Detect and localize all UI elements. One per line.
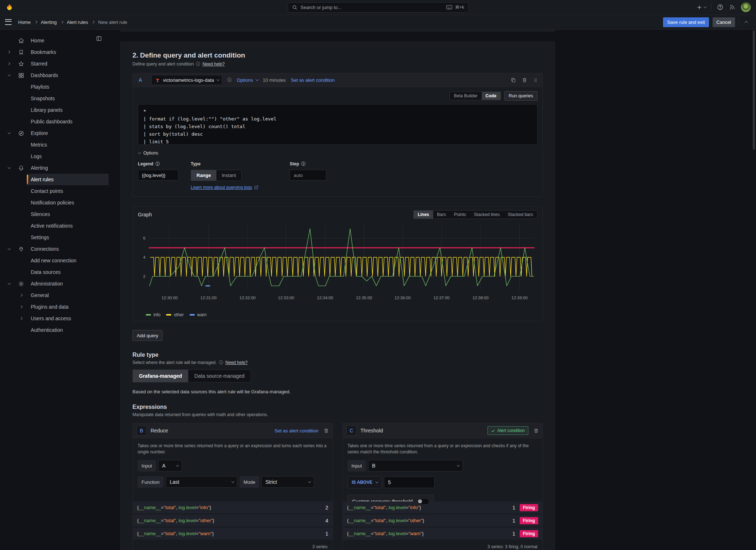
cancel-button[interactable]: Cancel bbox=[713, 17, 735, 27]
alert-condition-badge: Alert condition bbox=[487, 426, 528, 435]
delete-expression-icon[interactable] bbox=[324, 428, 329, 433]
sidebar-item-plugins-and-data[interactable]: Plugins and data bbox=[0, 301, 109, 313]
threshold-operator-select[interactable]: IS ABOVE bbox=[347, 476, 382, 488]
breadcrumb-item-alerting[interactable]: Alerting bbox=[41, 20, 57, 25]
set-alert-condition-link[interactable]: Set as alert condition bbox=[275, 428, 318, 433]
sidebar-item-explore[interactable]: Explore bbox=[0, 127, 109, 139]
user-avatar[interactable] bbox=[741, 2, 751, 12]
search-input[interactable]: Search or jump to... ⌘+k bbox=[288, 2, 469, 13]
gear-icon bbox=[18, 281, 24, 287]
sidebar-item-connections[interactable]: Connections bbox=[0, 243, 109, 255]
sidebar-item-playlists[interactable]: Playlists bbox=[0, 81, 109, 93]
mode-select[interactable]: Strict bbox=[261, 476, 314, 488]
learn-more-link[interactable]: Learn more about querying logs bbox=[191, 185, 258, 190]
toggle-option-data-source-managed[interactable]: Data source-managed bbox=[188, 370, 251, 382]
sidebar-item-general[interactable]: General bbox=[0, 289, 109, 301]
info-icon: ⓘ bbox=[227, 78, 232, 82]
sidebar-item-bookmarks[interactable]: Bookmarks bbox=[0, 46, 109, 58]
bookmark-icon bbox=[18, 49, 24, 55]
threshold-input-select[interactable]: B bbox=[368, 460, 463, 471]
sidebar-item-logs[interactable]: Logs bbox=[0, 151, 109, 162]
toggle-option-stacked-lines[interactable]: Stacked lines bbox=[470, 211, 504, 219]
toggle-option-stacked-bars[interactable]: Stacked bars bbox=[504, 211, 537, 219]
sidebar-item-contact-points[interactable]: Contact points bbox=[0, 185, 109, 197]
svg-text:12:30:00: 12:30:00 bbox=[161, 296, 178, 300]
delete-query-icon[interactable] bbox=[522, 77, 527, 83]
sidebar-item-alert-rules[interactable]: Alert rules bbox=[0, 174, 109, 185]
run-queries-button[interactable]: Run queries bbox=[504, 91, 537, 101]
expression-description: Takes one or more time series returned f… bbox=[138, 443, 328, 455]
breadcrumb-item-alert-rules[interactable]: Alert rules bbox=[67, 20, 88, 25]
duplicate-query-icon[interactable] bbox=[511, 77, 516, 83]
query-code-editor[interactable]: *| format if (log.level:"") "other" as l… bbox=[138, 104, 537, 145]
legend-item-warn[interactable]: warn bbox=[190, 312, 207, 317]
collapse-chevron-up-icon[interactable] bbox=[744, 21, 748, 24]
legend-item-other[interactable]: other bbox=[166, 312, 183, 317]
toggle-option-points[interactable]: Points bbox=[450, 211, 470, 219]
delete-expression-icon[interactable] bbox=[533, 428, 539, 433]
sidebar-item-public-dashboards[interactable]: Public dashboards bbox=[0, 116, 109, 127]
help-button[interactable] bbox=[717, 4, 723, 10]
set-alert-condition-link[interactable]: Set as alert condition bbox=[291, 77, 335, 83]
breadcrumb: HomeAlertingAlert rulesNew alert rule bbox=[18, 20, 127, 25]
toggle-option-grafana-managed[interactable]: Grafana-managed bbox=[133, 370, 188, 382]
toggle-option-instant[interactable]: Instant bbox=[216, 170, 241, 181]
sidebar-item-add-new-connection[interactable]: Add new connection bbox=[0, 255, 109, 266]
legend-input[interactable]: {{log.level}} bbox=[138, 170, 178, 181]
sidebar-item-label: Bookmarks bbox=[31, 49, 56, 55]
toggle-option-lines[interactable]: Lines bbox=[414, 211, 433, 219]
sidebar-item-metrics[interactable]: Metrics bbox=[0, 139, 109, 151]
sidebar-item-active-notifications[interactable]: Active notifications bbox=[0, 220, 109, 232]
query-panel: A victoriametrics-logs-data ⓘ Options 10… bbox=[132, 73, 543, 197]
legend-field-group: Legend ⓘ {{log.level}} bbox=[138, 161, 178, 181]
reduce-input-select[interactable]: A bbox=[158, 460, 182, 471]
sidebar-item-snapshots[interactable]: Snapshots bbox=[0, 93, 109, 104]
function-select[interactable]: Last bbox=[166, 476, 237, 488]
sidebar-item-settings[interactable]: Settings bbox=[0, 232, 109, 243]
add-new-button[interactable] bbox=[696, 4, 706, 10]
result-row: {__name__="total", log.level="other"}1Fi… bbox=[343, 515, 542, 526]
options-collapse-toggle[interactable]: Options bbox=[138, 151, 537, 156]
scrollbar-thumb[interactable] bbox=[753, 30, 755, 150]
query-options-toggle[interactable]: Options bbox=[237, 77, 258, 83]
sidebar-item-alerting[interactable]: Alerting bbox=[0, 162, 109, 174]
chevron-down-icon bbox=[8, 131, 10, 134]
sidebar-item-home[interactable]: Home bbox=[0, 35, 109, 46]
grafana-logo-icon[interactable] bbox=[5, 3, 14, 12]
breadcrumb-item-home[interactable]: Home bbox=[18, 20, 31, 25]
threshold-value-input[interactable]: 5 bbox=[384, 477, 435, 488]
check-icon bbox=[491, 429, 495, 433]
sidebar-item-label: Snapshots bbox=[31, 96, 55, 101]
need-help-link[interactable]: Need help? bbox=[202, 62, 224, 67]
step-input[interactable]: auto bbox=[290, 170, 326, 181]
sidebar-item-authentication[interactable]: Authentication bbox=[0, 324, 109, 336]
news-button[interactable] bbox=[729, 4, 735, 10]
sidebar-item-label: Dashboards bbox=[31, 72, 58, 78]
recovery-toggle-switch[interactable] bbox=[417, 498, 429, 505]
sidebar-item-data-sources[interactable]: Data sources bbox=[0, 266, 109, 278]
expression-description: Takes one or more time series returned f… bbox=[347, 443, 538, 455]
add-query-button[interactable]: Add query bbox=[132, 330, 162, 341]
series-summary: 3 series bbox=[133, 540, 333, 550]
sidebar-item-administration[interactable]: Administration bbox=[0, 278, 109, 289]
sidebar-item-silences[interactable]: Silences bbox=[0, 208, 109, 220]
legend-item-info[interactable]: info bbox=[146, 312, 160, 317]
chevron-down-icon bbox=[375, 480, 378, 483]
toggle-option-beta-builder[interactable]: Beta Builder bbox=[450, 92, 481, 100]
toggle-option-bars[interactable]: Bars bbox=[433, 211, 450, 219]
datasource-picker[interactable]: victoriametrics-logs-data bbox=[151, 75, 222, 85]
save-rule-button[interactable]: Save rule and exit bbox=[663, 17, 709, 27]
toggle-option-range[interactable]: Range bbox=[191, 170, 216, 181]
sidebar-item-label: Contact points bbox=[31, 188, 63, 194]
need-help-link[interactable]: Need help? bbox=[225, 360, 248, 365]
sidebar-item-starred[interactable]: Starred bbox=[0, 58, 109, 69]
drag-handle-icon[interactable] bbox=[533, 77, 538, 83]
menu-toggle-icon[interactable] bbox=[5, 19, 12, 25]
sidebar-item-dashboards[interactable]: Dashboards bbox=[0, 69, 109, 81]
toggle-option-code[interactable]: Code bbox=[482, 92, 501, 100]
sidebar-item-notification-policies[interactable]: Notification policies bbox=[0, 197, 109, 208]
sidebar-item-users-and-access[interactable]: Users and access bbox=[0, 313, 109, 324]
legend-label: Legend bbox=[138, 161, 153, 166]
page-header-bar: HomeAlertingAlert rulesNew alert rule Sa… bbox=[0, 15, 756, 30]
sidebar-item-library-panels[interactable]: Library panels bbox=[0, 104, 109, 116]
